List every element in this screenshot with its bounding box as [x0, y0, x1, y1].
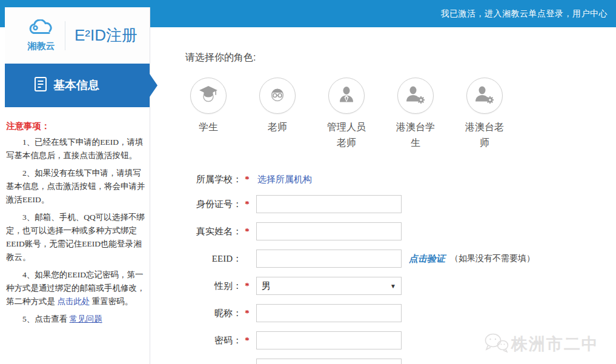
note-item-5: 5、点击查看 常见问题: [6, 313, 148, 326]
note-5-text: 5、点击查看: [22, 314, 70, 323]
password-input[interactable]: [256, 331, 402, 349]
eeid-row: EEID： 点击验证 （如果没有不需要填）: [151, 250, 616, 268]
person-gear-icon: [405, 84, 426, 107]
next-field-row: [151, 359, 616, 364]
document-icon: [34, 76, 47, 94]
gender-select[interactable]: 男 ▼: [256, 277, 402, 295]
nickname-input[interactable]: [256, 304, 402, 322]
role-hmt-student[interactable]: 港澳台学生: [385, 78, 446, 151]
reset-password-link[interactable]: 点击此处: [57, 297, 90, 306]
required-mark: *: [242, 281, 253, 291]
eeid-input[interactable]: [256, 250, 402, 268]
cloud-logo-icon: [27, 19, 56, 40]
graduate-icon: [197, 84, 219, 108]
role-teacher[interactable]: 老师: [247, 78, 308, 151]
note-item-2: 2、如果没有在线下申请，请填写基本信息，点击激活按钮，将会申请并激活EEID。: [6, 167, 148, 207]
required-mark: *: [242, 308, 253, 319]
note-item-1: 1、已经在线下申请的EEID，请填写基本信息后，直接点击激活按钮。: [6, 136, 148, 162]
realname-label: 真实姓名：: [151, 226, 242, 237]
notes-panel: 注意事项： 1、已经在线下申请的EEID，请填写基本信息后，直接点击激活按钮。 …: [5, 107, 150, 326]
idcard-label: 身份证号：: [151, 199, 242, 210]
required-mark: *: [242, 174, 253, 185]
role-hmt-student-circle: [397, 78, 434, 114]
role-teacher-label: 老师: [256, 119, 299, 135]
role-selector: 学生 老师: [178, 78, 616, 151]
role-admin-label: 管理人员老师: [325, 119, 368, 151]
role-hmt-student-label: 港澳台学生: [394, 119, 437, 151]
registration-form: 所属学校： * 选择所属机构 身份证号： * 真实姓名： * EEID： 点击验…: [151, 174, 616, 364]
registration-page: 我已激活，进入湘教云单点登录，用户中心 湘教云 E²ID注册: [0, 0, 616, 364]
sidebar: 湘教云 E²ID注册 基本信息 注意事项： 1、已经在线下申请的EEID，请填写…: [5, 7, 150, 364]
sidebar-item-label: 基本信息: [53, 78, 99, 93]
role-student-circle: [190, 78, 227, 114]
nickname-label: 昵称：: [151, 308, 242, 319]
idcard-row: 身份证号： *: [151, 195, 616, 213]
role-student[interactable]: 学生: [178, 78, 239, 151]
chevron-down-icon: ▼: [390, 283, 396, 290]
gender-row: 性别： * 男 ▼: [151, 277, 616, 295]
topbar-activated-links[interactable]: 我已激活，进入湘教云单点登录，用户中心: [441, 8, 608, 19]
role-admin-circle: [328, 78, 365, 114]
page-title: E²ID注册: [75, 25, 137, 46]
required-mark: *: [242, 227, 253, 237]
password-row: 密码： *: [151, 331, 616, 349]
nickname-row: 昵称： *: [151, 304, 616, 322]
faq-link[interactable]: 常见问题: [70, 314, 102, 323]
main-content: 请选择你的角色: 学生: [151, 27, 616, 364]
next-field-input[interactable]: [256, 359, 402, 364]
gender-selected-value: 男: [262, 280, 271, 292]
brand-name: 湘教云: [28, 41, 55, 52]
note-item-3: 3、邮箱、手机、QQ可以选择不绑定，也可以选择一种或多种方式绑定EEID账号，无…: [6, 211, 148, 264]
role-teacher-circle: [259, 78, 296, 114]
note-item-4: 4、如果您的EEID忘记密码，第一种方式是通过绑定的邮箱或手机修改，第二种方式是…: [6, 268, 148, 308]
brand-divider: [65, 21, 65, 50]
choose-school-link[interactable]: 选择所属机构: [257, 174, 312, 185]
password-label: 密码：: [151, 335, 242, 346]
school-label: 所属学校：: [151, 174, 242, 185]
idcard-input[interactable]: [256, 195, 402, 213]
required-mark: *: [242, 336, 253, 346]
realname-input[interactable]: [256, 222, 402, 240]
brand-header: 湘教云 E²ID注册: [5, 7, 150, 64]
brand-logo-block: 湘教云: [27, 19, 56, 52]
eeid-optional-note: （如果没有不需要填）: [450, 253, 535, 264]
notes-title: 注意事项：: [6, 119, 148, 133]
realname-row: 真实姓名： *: [151, 222, 616, 240]
admin-person-icon: [336, 84, 357, 107]
note-4-text-after: 重置密码。: [90, 297, 133, 306]
role-student-label: 学生: [187, 119, 230, 135]
role-hmt-teacher-label: 港澳台老师: [463, 119, 506, 151]
eeid-label: EEID：: [151, 253, 242, 265]
verify-eeid-link[interactable]: 点击验证: [409, 253, 445, 265]
sidebar-item-basic-info[interactable]: 基本信息: [5, 64, 150, 107]
gender-label: 性别：: [151, 280, 242, 292]
school-row: 所属学校： * 选择所属机构: [151, 174, 616, 185]
person-gear-icon: [474, 84, 495, 107]
teacher-glasses-icon: [267, 84, 288, 107]
role-admin-teacher[interactable]: 管理人员老师: [316, 78, 377, 151]
role-hmt-teacher-circle: [466, 78, 503, 114]
required-mark: *: [242, 199, 253, 210]
role-hmt-teacher[interactable]: 港澳台老师: [454, 78, 515, 151]
role-prompt: 请选择你的角色:: [185, 51, 616, 64]
